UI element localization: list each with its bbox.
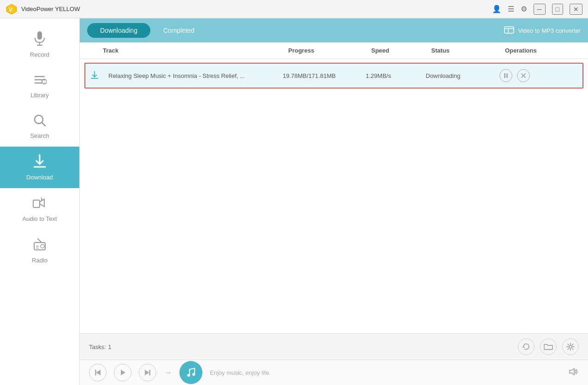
svg-point-17 bbox=[41, 244, 44, 248]
svg-marker-34 bbox=[145, 370, 149, 375]
minimize-button[interactable]: ─ bbox=[534, 4, 546, 15]
sidebar-item-audio-to-text-label: Audio to Text bbox=[23, 215, 57, 222]
refresh-button[interactable] bbox=[518, 338, 535, 355]
col-progress: Progress bbox=[284, 47, 367, 54]
player-bar: → Enjoy music, enjoy life. bbox=[80, 360, 588, 385]
search-icon bbox=[33, 113, 47, 130]
close-button[interactable]: ✕ bbox=[570, 4, 582, 15]
download-row-icon bbox=[85, 71, 104, 81]
tasks-info: Tasks: 1 bbox=[89, 343, 112, 351]
gear-icon[interactable]: ⚙ bbox=[521, 5, 527, 13]
tab-completed[interactable]: Completed bbox=[150, 23, 208, 38]
titlebar-controls: 👤 ☰ ⚙ ─ □ ✕ bbox=[492, 4, 582, 15]
titlebar: V VideoPower YELLOW 👤 ☰ ⚙ ─ □ ✕ bbox=[0, 0, 588, 18]
tab-downloading[interactable]: Downloading bbox=[87, 23, 150, 38]
sidebar-item-radio[interactable]: Radio bbox=[0, 230, 79, 271]
col-icon bbox=[80, 47, 98, 54]
svg-rect-32 bbox=[95, 370, 96, 375]
tasks-label: Tasks: bbox=[89, 344, 106, 350]
svg-rect-35 bbox=[149, 370, 151, 375]
sidebar-item-record[interactable]: Record bbox=[0, 23, 79, 65]
sidebar-item-audio-to-text[interactable]: Audio to Text bbox=[0, 188, 79, 230]
radio-icon bbox=[32, 237, 47, 254]
tasks-count: 1 bbox=[108, 344, 111, 350]
app-logo: V bbox=[6, 3, 18, 15]
sidebar-item-record-label: Record bbox=[30, 51, 49, 58]
sidebar-item-download-label: Download bbox=[26, 174, 53, 181]
audio-to-text-icon bbox=[32, 195, 47, 213]
track-speed: 1.29MB/s bbox=[361, 72, 421, 79]
tab-bar: Downloading Completed Video to MP3 conve… bbox=[80, 18, 588, 42]
play-button[interactable] bbox=[114, 364, 131, 381]
maximize-button[interactable]: □ bbox=[552, 4, 563, 15]
col-status: Status bbox=[427, 47, 500, 54]
library-icon: ♪ bbox=[33, 73, 47, 89]
svg-marker-38 bbox=[570, 368, 574, 375]
main-container: Record ♪ Library Search bbox=[0, 18, 588, 385]
sidebar-item-library[interactable]: ♪ Library bbox=[0, 65, 79, 106]
pause-button[interactable] bbox=[499, 69, 512, 82]
content-area: Downloading Completed Video to MP3 conve… bbox=[80, 18, 588, 385]
music-note-button[interactable] bbox=[179, 361, 202, 384]
table-row: Relaxing Sleep Music + Insomnia - Stress… bbox=[84, 63, 583, 89]
sidebar: Record ♪ Library Search bbox=[0, 18, 80, 385]
track-operations bbox=[495, 69, 582, 82]
converter-button[interactable]: Video to MP3 converter bbox=[504, 26, 581, 35]
svg-point-30 bbox=[569, 345, 572, 348]
folder-button[interactable] bbox=[540, 338, 557, 355]
svg-marker-33 bbox=[121, 370, 125, 375]
svg-line-11 bbox=[42, 123, 45, 126]
svg-point-36 bbox=[187, 374, 190, 377]
col-operations: Operations bbox=[500, 47, 588, 54]
microphone-icon bbox=[33, 30, 47, 48]
col-speed: Speed bbox=[367, 47, 427, 54]
svg-rect-21 bbox=[505, 27, 514, 33]
cancel-button[interactable] bbox=[517, 69, 530, 82]
footer-actions bbox=[518, 338, 579, 355]
next-button[interactable] bbox=[139, 364, 156, 381]
table-header: Track Progress Speed Status Operations bbox=[80, 42, 588, 59]
table-body: Relaxing Sleep Music + Insomnia - Stress… bbox=[80, 59, 588, 333]
sidebar-item-download[interactable]: Download bbox=[0, 147, 79, 188]
volume-icon[interactable] bbox=[569, 367, 579, 378]
sidebar-item-radio-label: Radio bbox=[32, 257, 48, 264]
tab-group: Downloading Completed bbox=[87, 23, 208, 38]
titlebar-left: V VideoPower YELLOW bbox=[6, 3, 80, 15]
track-progress: 19.78MB/171.81MB bbox=[278, 72, 361, 79]
svg-marker-31 bbox=[96, 370, 101, 375]
settings-button[interactable] bbox=[562, 338, 579, 355]
sidebar-item-search[interactable]: Search bbox=[0, 106, 79, 147]
svg-text:♪: ♪ bbox=[43, 80, 45, 83]
svg-rect-27 bbox=[506, 73, 508, 78]
svg-line-20 bbox=[38, 239, 42, 243]
arrow-icon: → bbox=[164, 368, 172, 378]
svg-rect-14 bbox=[33, 200, 40, 207]
list-icon[interactable]: ☰ bbox=[508, 5, 514, 13]
sidebar-item-library-label: Library bbox=[30, 92, 49, 99]
track-name: Relaxing Sleep Music + Insomnia - Stress… bbox=[104, 72, 278, 79]
svg-rect-26 bbox=[504, 73, 505, 78]
svg-point-37 bbox=[192, 373, 195, 376]
download-icon bbox=[32, 154, 47, 171]
app-title: VideoPower YELLOW bbox=[21, 6, 80, 12]
prev-button[interactable] bbox=[89, 364, 107, 381]
svg-rect-16 bbox=[34, 243, 45, 250]
svg-text:V: V bbox=[9, 6, 12, 13]
footer-bar: Tasks: 1 bbox=[80, 333, 588, 360]
enjoy-text: Enjoy music, enjoy life. bbox=[210, 369, 561, 376]
col-track: Track bbox=[98, 47, 284, 54]
user-icon[interactable]: 👤 bbox=[492, 5, 501, 13]
svg-rect-2 bbox=[37, 31, 42, 40]
track-status: Downloading bbox=[421, 72, 495, 79]
sidebar-item-search-label: Search bbox=[30, 132, 49, 139]
converter-label: Video to MP3 converter bbox=[518, 27, 581, 34]
